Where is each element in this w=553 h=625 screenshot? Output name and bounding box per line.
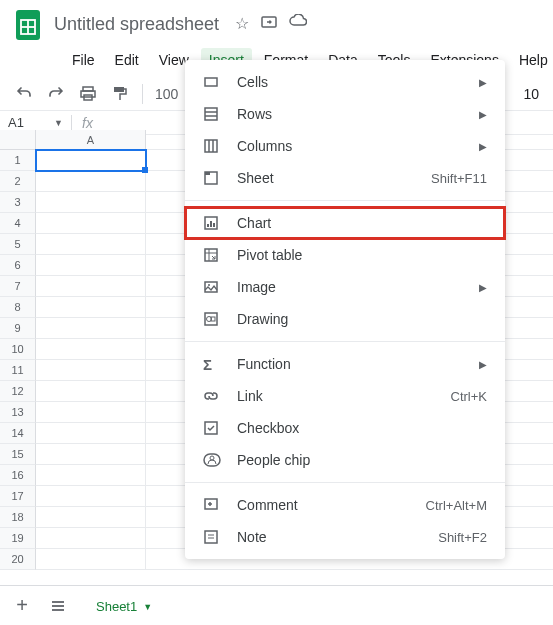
menu-item-sheet[interactable]: SheetShift+F11 [185, 162, 505, 194]
svg-rect-6 [81, 91, 95, 97]
menu-separator [185, 341, 505, 342]
font-size-selector[interactable]: 10 [523, 86, 539, 102]
cell[interactable] [36, 339, 146, 360]
menu-item-chart[interactable]: Chart [185, 207, 505, 239]
checkbox-icon [203, 419, 221, 437]
svg-rect-17 [205, 172, 210, 175]
row-header[interactable]: 2 [0, 171, 36, 192]
bottom-bar: + Sheet1 ▼ [0, 585, 553, 625]
paint-format-button[interactable] [110, 84, 130, 104]
cell[interactable] [36, 381, 146, 402]
cell[interactable] [36, 402, 146, 423]
select-all-corner[interactable] [0, 130, 36, 150]
cell[interactable] [36, 486, 146, 507]
image-icon [203, 278, 221, 296]
menu-item-rows[interactable]: Rows▶ [185, 98, 505, 130]
fx-icon: fx [82, 115, 93, 131]
svg-point-26 [208, 284, 210, 286]
cell[interactable] [36, 297, 146, 318]
print-button[interactable] [78, 84, 98, 104]
star-icon[interactable]: ☆ [235, 14, 249, 34]
sheet-icon [203, 169, 221, 187]
row-header[interactable]: 13 [0, 402, 36, 423]
svg-rect-8 [114, 87, 124, 92]
cell[interactable] [36, 549, 146, 570]
row-header[interactable]: 17 [0, 486, 36, 507]
menu-item-comment[interactable]: CommentCtrl+Alt+M [185, 489, 505, 521]
menu-item-cells[interactable]: Cells▶ [185, 66, 505, 98]
all-sheets-button[interactable] [46, 594, 70, 618]
menu-item-link[interactable]: LinkCtrl+K [185, 380, 505, 412]
move-icon[interactable] [261, 14, 277, 34]
submenu-arrow-icon: ▶ [479, 141, 487, 152]
columns-icon [203, 137, 221, 155]
menu-item-columns[interactable]: Columns▶ [185, 130, 505, 162]
menu-file[interactable]: File [64, 48, 103, 72]
cell[interactable] [36, 465, 146, 486]
row-header[interactable]: 18 [0, 507, 36, 528]
cell[interactable] [36, 360, 146, 381]
svg-rect-9 [205, 78, 217, 86]
name-box-value: A1 [8, 115, 24, 130]
menu-item-drawing[interactable]: Drawing [185, 303, 505, 335]
menu-item-checkbox[interactable]: Checkbox [185, 412, 505, 444]
pivot-icon [203, 246, 221, 264]
row-header[interactable]: 11 [0, 360, 36, 381]
menu-separator [185, 482, 505, 483]
menu-item-note[interactable]: NoteShift+F2 [185, 521, 505, 553]
cell[interactable] [36, 192, 146, 213]
svg-rect-13 [205, 140, 217, 152]
column-header-a[interactable]: A [36, 130, 146, 150]
row-header[interactable]: 7 [0, 276, 36, 297]
chart-icon [203, 214, 221, 232]
cell[interactable] [36, 444, 146, 465]
row-header[interactable]: 19 [0, 528, 36, 549]
redo-button[interactable] [46, 84, 66, 104]
cell[interactable] [36, 171, 146, 192]
cell[interactable] [36, 276, 146, 297]
row-header[interactable]: 1 [0, 150, 36, 171]
cell[interactable] [36, 318, 146, 339]
row-header[interactable]: 6 [0, 255, 36, 276]
cell[interactable] [36, 528, 146, 549]
row-header[interactable]: 3 [0, 192, 36, 213]
name-box[interactable]: A1 ▼ [0, 115, 72, 130]
menu-item-pivot-table[interactable]: Pivot table [185, 239, 505, 271]
people-icon [203, 451, 221, 469]
cell[interactable] [36, 507, 146, 528]
row-header[interactable]: 20 [0, 549, 36, 570]
menu-edit[interactable]: Edit [107, 48, 147, 72]
sheet-tab[interactable]: Sheet1 ▼ [82, 589, 166, 622]
cell[interactable] [36, 234, 146, 255]
menu-item-image[interactable]: Image▶ [185, 271, 505, 303]
zoom-selector[interactable]: 100 [155, 86, 178, 102]
cell[interactable] [36, 213, 146, 234]
row-header[interactable]: 5 [0, 234, 36, 255]
menu-help[interactable]: Help [511, 48, 553, 72]
add-sheet-button[interactable]: + [10, 594, 34, 618]
row-header[interactable]: 15 [0, 444, 36, 465]
cell[interactable] [36, 423, 146, 444]
menu-item-function[interactable]: ΣFunction▶ [185, 348, 505, 380]
undo-button[interactable] [14, 84, 34, 104]
comment-icon [203, 496, 221, 514]
cloud-icon[interactable] [289, 14, 307, 34]
row-header[interactable]: 16 [0, 465, 36, 486]
document-title[interactable]: Untitled spreadsheet [54, 14, 219, 35]
chevron-down-icon[interactable]: ▼ [143, 602, 152, 612]
row-header[interactable]: 10 [0, 339, 36, 360]
svg-rect-20 [210, 221, 212, 227]
row-header[interactable]: 8 [0, 297, 36, 318]
row-header[interactable]: 14 [0, 423, 36, 444]
submenu-arrow-icon: ▶ [479, 282, 487, 293]
function-icon: Σ [203, 355, 221, 373]
cell-a1[interactable] [36, 150, 146, 171]
submenu-arrow-icon: ▶ [479, 77, 487, 88]
cell[interactable] [36, 255, 146, 276]
chevron-down-icon: ▼ [54, 118, 63, 128]
formula-bar[interactable]: fx [72, 115, 103, 131]
row-header[interactable]: 9 [0, 318, 36, 339]
row-header[interactable]: 4 [0, 213, 36, 234]
menu-item-people-chip[interactable]: People chip [185, 444, 505, 476]
row-header[interactable]: 12 [0, 381, 36, 402]
